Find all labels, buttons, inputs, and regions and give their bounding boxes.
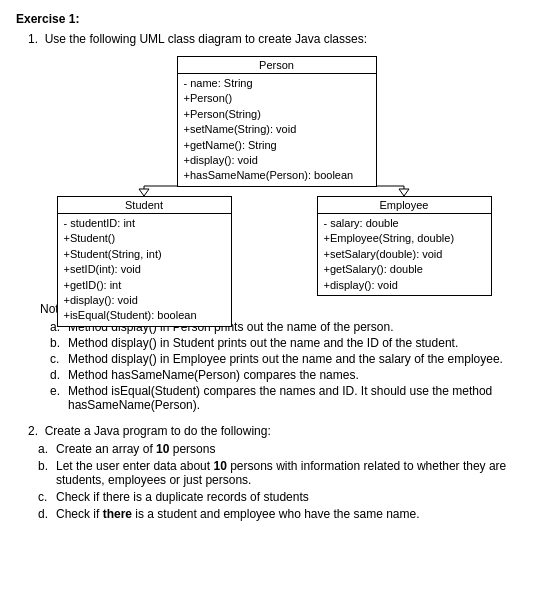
uml-student-title: Student [58,197,231,214]
question2-text: 2. Create a Java program to do the follo… [28,424,525,438]
svg-marker-5 [399,189,409,196]
exercise-title: Exercise 1: [16,12,525,26]
question2: 2. Create a Java program to do the follo… [28,424,525,521]
uml-employee-body: - salary: double +Employee(String, doubl… [318,214,491,295]
note-item-c: c. Method display() in Employee prints o… [50,352,525,366]
uml-person-box: Person - name: String +Person() +Person(… [177,56,377,187]
note-item-d: d. Method hasSameName(Person) compares t… [50,368,525,382]
uml-diagram: Person - name: String +Person() +Person(… [57,56,497,286]
svg-marker-4 [139,189,149,196]
q2-item-c: c. Check if there is a duplicate records… [38,490,525,504]
uml-employee-title: Employee [318,197,491,214]
uml-employee-box: Employee - salary: double +Employee(Stri… [317,196,492,296]
note-item-b: b. Method display() in Student prints ou… [50,336,525,350]
note-item-e: e. Method isEqual(Student) compares the … [50,384,525,412]
uml-person-title: Person [178,57,376,74]
uml-person-body: - name: String +Person() +Person(String)… [178,74,376,186]
question1-text: 1. Use the following UML class diagram t… [28,32,525,46]
uml-student-box: Student - studentID: int +Student() +Stu… [57,196,232,327]
q2-item-d: d. Check if there is a student and emplo… [38,507,525,521]
q2-item-b: b. Let the user enter data about 10 pers… [38,459,525,487]
uml-student-body: - studentID: int +Student() +Student(Str… [58,214,231,326]
question1: 1. Use the following UML class diagram t… [28,32,525,412]
note-list: a. Method display() in Person prints out… [50,320,525,412]
question2-list: a. Create an array of 10 persons b. Let … [38,442,525,521]
exercise-container: Exercise 1: 1. Use the following UML cla… [16,12,525,521]
q2-item-a: a. Create an array of 10 persons [38,442,525,456]
uml-diagram-container: Person - name: String +Person() +Person(… [28,56,525,286]
